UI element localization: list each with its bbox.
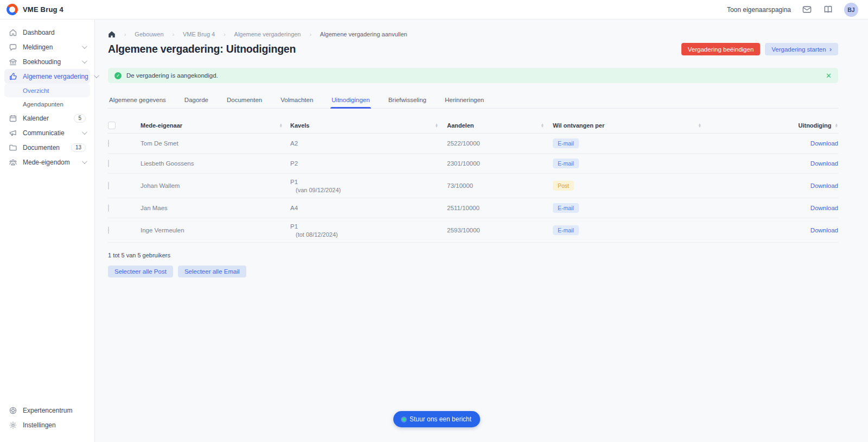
tab-documenten[interactable]: Documenten bbox=[226, 93, 263, 108]
cell-kavels: P1 (tot 08/12/2024) bbox=[290, 219, 447, 242]
row-checkbox[interactable] bbox=[108, 160, 109, 167]
row-checkbox-cell bbox=[108, 205, 141, 211]
breadcrumb-separator: › bbox=[124, 31, 126, 37]
sidebar-item-documenten[interactable]: Documenten 13 bbox=[4, 140, 90, 155]
cell-kavels: P2 bbox=[290, 160, 447, 167]
select-all-checkbox[interactable] bbox=[108, 122, 116, 129]
sidebar-item-communicatie[interactable]: Communicatie bbox=[4, 125, 90, 140]
breadcrumb-algemene-vergaderingen[interactable]: Algemene vergaderingen bbox=[234, 31, 301, 37]
chevron-right-icon: › bbox=[829, 46, 832, 53]
sidebar-item-instellingen[interactable]: Instellingen bbox=[4, 418, 90, 432]
column-header-uitnodiging: Uitnodiging▲▼ bbox=[710, 122, 838, 129]
tab-briefwisseling[interactable]: Briefwisseling bbox=[387, 93, 427, 108]
mail-icon[interactable] bbox=[802, 4, 812, 15]
cell-kavels: A4 bbox=[290, 205, 447, 211]
sidebar-item-dashboard[interactable]: Dashboard bbox=[4, 25, 90, 40]
sort-icon[interactable]: ▲▼ bbox=[279, 123, 283, 127]
row-checkbox[interactable] bbox=[108, 182, 109, 190]
users-icon bbox=[9, 158, 17, 167]
breadcrumb-home-icon[interactable] bbox=[108, 30, 116, 38]
download-link[interactable]: Download bbox=[810, 140, 838, 147]
download-link[interactable]: Download bbox=[810, 160, 838, 167]
cell-uitnodiging: Download bbox=[710, 160, 838, 167]
table-row: Tom De Smet A2 2522/10000 E-mail Downloa… bbox=[108, 134, 838, 154]
column-header-kavels: Kavels▲▼ bbox=[290, 122, 447, 129]
home-icon bbox=[9, 28, 17, 37]
row-checkbox[interactable] bbox=[108, 226, 109, 234]
kavel-code: P1 bbox=[290, 223, 447, 230]
app-title: VME Brug 4 bbox=[23, 5, 63, 14]
header-checkbox-cell bbox=[108, 122, 141, 129]
sort-icon[interactable]: ▲▼ bbox=[698, 123, 701, 127]
success-alert: ✓ De vergadering is aangekondigd. ✕ bbox=[108, 68, 838, 83]
row-checkbox[interactable] bbox=[108, 204, 109, 212]
tab-uitnodigingen[interactable]: Uitnodigingen bbox=[330, 93, 371, 108]
select-all-email-button[interactable]: Selecteer alle Email bbox=[178, 266, 246, 277]
sidebar-item-kalender[interactable]: Kalender 5 bbox=[4, 111, 90, 125]
email-badge: E-mail bbox=[553, 203, 579, 213]
breadcrumb-vme-brug-4[interactable]: VME Brug 4 bbox=[183, 31, 215, 37]
table-row: Jan Maes A4 2511/10000 E-mail Download bbox=[108, 198, 838, 218]
sort-icon[interactable]: ▲▼ bbox=[435, 123, 438, 127]
download-link[interactable]: Download bbox=[810, 205, 838, 211]
avatar[interactable]: BJ bbox=[844, 3, 858, 17]
sidebar-item-meldingen[interactable]: Meldingen bbox=[4, 40, 90, 54]
sidebar-item-algemene-vergadering[interactable]: Algemene vergadering bbox=[4, 69, 90, 84]
main-content: › Gebouwen › VME Brug 4 › Algemene verga… bbox=[95, 20, 868, 442]
cell-uitnodiging: Download bbox=[710, 140, 838, 147]
chat-button[interactable]: Stuur ons een bericht bbox=[393, 411, 480, 427]
chat-bubble-icon bbox=[9, 43, 17, 52]
sidebar-label: Documenten bbox=[23, 144, 66, 151]
sidebar-item-expertencentrum[interactable]: Expertencentrum bbox=[4, 403, 90, 418]
sidebar-label: Expertencentrum bbox=[23, 407, 86, 414]
cell-mede-eigenaar: Johan Wallem bbox=[141, 182, 290, 189]
cell-kavels: P1 (van 09/12/2024) bbox=[290, 174, 447, 198]
breadcrumb-separator: › bbox=[224, 31, 225, 37]
megaphone-icon bbox=[9, 129, 17, 137]
table-summary: 1 tot 5 van 5 gebruikers bbox=[108, 252, 838, 258]
cell-uitnodiging: Download bbox=[710, 182, 838, 189]
folder-icon bbox=[9, 143, 17, 152]
sort-icon[interactable]: ▲▼ bbox=[541, 123, 544, 127]
table-row: Inge Vermeulen P1 (tot 08/12/2024) 2593/… bbox=[108, 218, 838, 243]
sort-icon[interactable]: ▲▼ bbox=[835, 123, 838, 127]
chevron-down-icon bbox=[82, 129, 87, 135]
cell-aandelen: 73/10000 bbox=[447, 182, 553, 189]
sidebar-subitem-overzicht[interactable]: Overzicht bbox=[4, 84, 90, 97]
cell-mede-eigenaar: Jan Maes bbox=[141, 205, 290, 211]
cell-aandelen: 2593/10000 bbox=[447, 227, 553, 233]
cell-aandelen: 2511/10000 bbox=[447, 205, 553, 211]
app-window: VME Brug 4 Toon eigenaarspagina BJ Dashb… bbox=[0, 0, 868, 442]
sidebar-item-boekhouding[interactable]: Boekhouding bbox=[4, 54, 90, 69]
sidebar-label: Mede-eigendom bbox=[23, 159, 76, 166]
sidebar-label: Kalender bbox=[23, 115, 68, 122]
alert-close-icon[interactable]: ✕ bbox=[826, 72, 832, 79]
tab-dagorde[interactable]: Dagorde bbox=[183, 93, 209, 108]
brand[interactable]: VME Brug 4 bbox=[7, 4, 63, 15]
download-link[interactable]: Download bbox=[810, 227, 838, 233]
tab-herinneringen[interactable]: Herinneringen bbox=[444, 93, 485, 108]
download-link[interactable]: Download bbox=[810, 182, 838, 189]
row-checkbox[interactable] bbox=[108, 140, 109, 147]
tab-volmachten[interactable]: Volmachten bbox=[279, 93, 314, 108]
sidebar-label: Instellingen bbox=[23, 421, 86, 429]
cell-kavels: A2 bbox=[290, 140, 447, 147]
sidebar-item-mede-eigendom[interactable]: Mede-eigendom bbox=[4, 155, 90, 169]
sidebar-label: Algemene vergadering bbox=[23, 73, 88, 80]
end-meeting-button[interactable]: Vergadering beëindigen bbox=[681, 43, 761, 55]
table-row: Liesbeth Goossens P2 2301/10000 E-mail D… bbox=[108, 154, 838, 174]
start-meeting-button[interactable]: Vergadering starten › bbox=[765, 43, 838, 55]
title-row: Algemene vergadering: Uitnodigingen Verg… bbox=[108, 43, 838, 55]
breadcrumb-gebouwen[interactable]: Gebouwen bbox=[135, 31, 163, 37]
tab-algemene-gegevens[interactable]: Algemene gegevens bbox=[108, 93, 167, 108]
cell-wil-ontvangen-per: E-mail bbox=[553, 225, 710, 236]
bank-icon bbox=[9, 58, 17, 66]
owner-page-link[interactable]: Toon eigenaarspagina bbox=[727, 6, 791, 14]
invitations-table: Mede-eigenaar▲▼ Kavels▲▼ Aandelen▲▼ Wil … bbox=[108, 117, 838, 243]
select-all-post-button[interactable]: Selecteer alle Post bbox=[108, 266, 173, 277]
email-badge: E-mail bbox=[553, 159, 579, 169]
sidebar-subitem-agendapunten[interactable]: Agendapunten bbox=[4, 97, 90, 111]
chevron-down-icon bbox=[82, 58, 87, 64]
post-badge: Post bbox=[553, 181, 574, 191]
book-icon[interactable] bbox=[823, 4, 833, 15]
